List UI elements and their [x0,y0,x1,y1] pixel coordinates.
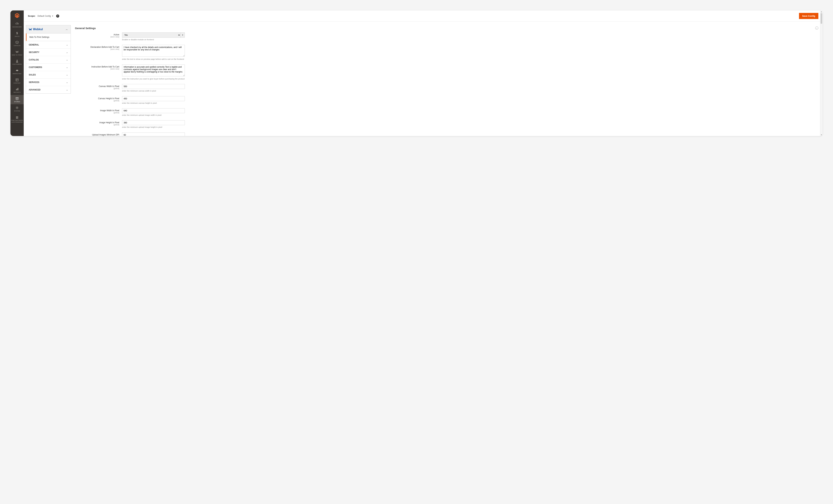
textarea-declaration-before-add-to-cart[interactable]: I have checked my all the details and cu… [122,45,185,57]
label-text: Canvas Height In Pixel [75,97,119,100]
label-text: Upload Images Minimum DPI [75,134,119,136]
label-scope: [global] [75,124,119,126]
accordion-label: GENERAL [29,44,39,46]
webkul-logo: Webkul [29,28,43,31]
label-scope: [store view] [75,48,119,50]
field-control: enter the upload image minimum dpi(Dots … [122,133,185,136]
settings-form-panel: General Settings ︿ Active[store view]Yes… [71,22,823,136]
nav-label: STORES [14,101,20,103]
accordion-item-advanced[interactable]: ADVANCED⌄ [26,86,71,93]
field-control: enter the minimum canvas height in pixel [122,96,185,104]
field-control: Information is accurate and spelled corr… [122,65,185,80]
form-row-4: Canvas Height In Pixel[global]enter the … [75,96,818,104]
form-row-0: Active[store view]Yes▼Enable or disable … [75,32,818,41]
scroll-thumb[interactable] [820,13,822,24]
nav-item-partners[interactable]: FIND PARTNERS & EXTENSIONS [10,114,24,125]
nav-item-stores[interactable]: STORES [10,95,24,104]
nav-label: REPORTS [14,92,21,93]
webkul-text: Webkul [33,28,43,31]
section-header-general-settings[interactable]: General Settings ︿ [75,25,818,32]
select-toggle-icon[interactable]: ▼ [181,32,185,38]
label-scope: [global] [75,112,119,114]
field-help-text: enter the minimum upload image width in … [122,114,185,117]
svg-rect-5 [16,89,17,90]
scope-label: Scope: [28,15,35,17]
textarea-instruction-before-add-to-cart[interactable]: Information is accurate and spelled corr… [122,65,185,76]
accordion-item-security[interactable]: SECURITY⌄ [26,48,71,56]
config-nav-panel: Webkul ︿ Web To Print Settings GENERAL⌄S… [24,22,71,136]
svg-point-1 [17,60,18,61]
accordion-item-catalog[interactable]: CATALOG⌄ [26,56,71,64]
magento-logo[interactable] [10,10,24,20]
chevron-down-icon: ⌄ [66,74,68,76]
webkul-logo-icon [29,28,32,31]
accordion-label: SERVICES [29,81,39,83]
collapse-icon[interactable]: ︿ [815,26,818,30]
app-window: DASHBOARD$SALESCATALOGWEB TO PRINTCUSTOM… [10,10,823,136]
input-image-width-in-pixel[interactable] [122,108,185,113]
svg-text:$: $ [16,32,18,35]
select-active[interactable]: Yes [122,32,181,38]
label-text: Declaration Before Add To Cart [75,46,119,48]
field-help-text: enter the text to show on preview page b… [122,58,185,61]
nav-item-w2p[interactable]: WEB TO PRINT [10,48,24,58]
megaphone-icon [15,69,19,72]
scroll-down-arrow-icon[interactable]: ▼ [820,134,823,136]
svg-rect-10 [17,117,18,117]
field-help-text: enter the minimum canvas width in pixel [122,90,185,92]
nav-item-megaphone[interactable]: MARKETING [10,67,24,76]
nav-item-box[interactable]: CATALOG [10,39,24,48]
label-scope: [global] [75,100,119,102]
chevron-down-icon: ⌄ [66,66,68,69]
chevron-down-icon: ⌄ [66,89,68,91]
accordion-item-sales[interactable]: SALES⌄ [26,71,71,78]
admin-sidebar: DASHBOARD$SALESCATALOGWEB TO PRINTCUSTOM… [10,10,24,136]
accordion-item-customers[interactable]: CUSTOMERS⌄ [26,64,71,71]
field-help-text: enter the minimum upload image height in… [122,126,185,128]
input-upload-images-minimum-dpi[interactable] [122,133,185,136]
nav-label: SALES [15,35,19,37]
field-label: Canvas Height In Pixel[global] [75,96,122,104]
partners-icon [15,115,19,119]
content-area: Webkul ︿ Web To Print Settings GENERAL⌄S… [24,22,823,136]
svg-rect-7 [18,88,18,90]
input-canvas-height-in-pixel[interactable] [122,96,185,101]
field-control: I have checked my all the details and cu… [122,45,185,61]
nav-item-person[interactable]: CUSTOMERS [10,57,24,67]
nav-item-content[interactable]: CONTENT [10,76,24,86]
form-row-1: Declaration Before Add To Cart[store vie… [75,45,818,61]
box-icon [15,41,19,44]
dropdown-arrow-icon[interactable]: ▼ [52,15,53,17]
accordion-header-webkul[interactable]: Webkul ︿ [26,25,71,33]
main-area: Scope: Default Config ▼ ? Save Config We… [24,10,823,136]
field-label: Canvas Width In Pixel[global] [75,84,122,92]
nav-item-gear[interactable]: SYSTEM [10,104,24,114]
input-canvas-width-in-pixel[interactable] [122,84,185,89]
config-accordion: Webkul ︿ Web To Print Settings GENERAL⌄S… [26,25,71,94]
label-scope: [global] [75,88,119,90]
accordion-subitem-w2p-settings[interactable]: Web To Print Settings [26,33,71,41]
chevron-down-icon: ⌄ [66,59,68,61]
stores-icon [15,97,19,100]
label-text: Active [75,33,119,36]
accordion-item-general[interactable]: GENERAL⌄ [26,41,71,48]
nav-label: MARKETING [13,73,21,75]
accordion-label: SECURITY [29,51,40,53]
svg-rect-11 [16,118,17,119]
nav-item-dollar[interactable]: $SALES [10,30,24,39]
accordion-item-services[interactable]: SERVICES⌄ [26,78,71,86]
chevron-down-icon: ⌄ [66,81,68,83]
vertical-scrollbar[interactable]: ▲ ▼ [820,10,823,136]
help-icon[interactable]: ? [56,15,59,18]
person-icon [15,59,19,63]
dashboard-icon [15,22,19,25]
scope-selector[interactable]: Default Config [38,15,51,17]
chevron-down-icon: ⌄ [66,51,68,53]
scroll-up-arrow-icon[interactable]: ▲ [820,10,823,13]
save-config-button[interactable]: Save Config [799,13,818,19]
nav-item-dashboard[interactable]: DASHBOARD [10,20,24,30]
input-image-height-in-pixel[interactable] [122,120,185,125]
nav-item-chart[interactable]: REPORTS [10,86,24,95]
accordion-label: CATALOG [29,58,39,61]
content-icon [15,78,19,81]
